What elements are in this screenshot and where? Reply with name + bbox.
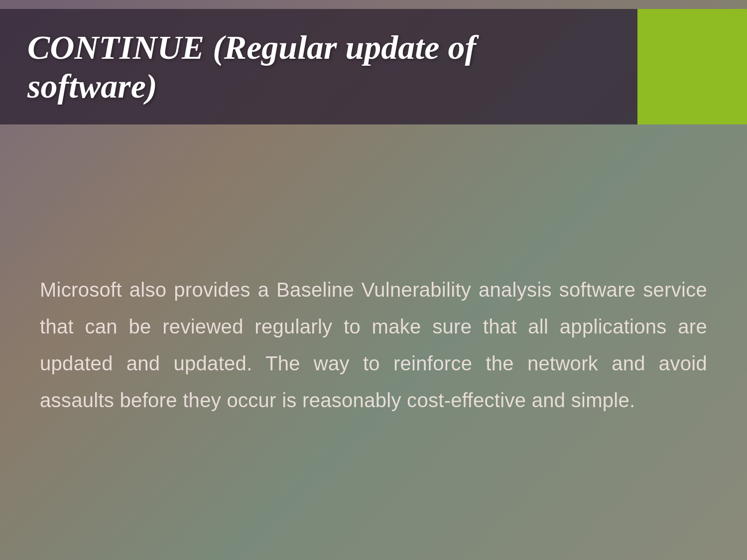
header-section: CONTINUE (Regular update of software): [0, 9, 747, 124]
top-accent-bar: [0, 0, 747, 9]
slide: CONTINUE (Regular update of software) Mi…: [0, 0, 747, 560]
body-section: Microsoft also provides a Baseline Vulne…: [0, 124, 747, 560]
header-title-block: CONTINUE (Regular update of software): [0, 9, 637, 124]
body-paragraph: Microsoft also provides a Baseline Vulne…: [40, 271, 707, 419]
slide-title: CONTINUE (Regular update of software): [27, 28, 610, 106]
header-accent-square: [637, 9, 747, 124]
